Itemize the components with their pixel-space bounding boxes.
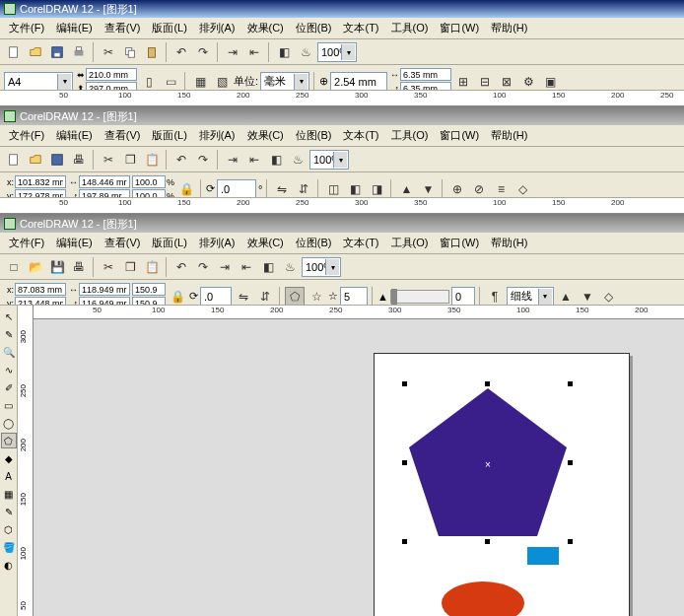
align-icon[interactable]: ≡ bbox=[491, 179, 511, 199]
new-icon[interactable] bbox=[4, 42, 24, 62]
menu-edit[interactable]: 编辑(E) bbox=[51, 20, 98, 36]
selection-handle[interactable] bbox=[485, 539, 490, 544]
export-icon[interactable]: ⇤ bbox=[244, 150, 264, 170]
selection-handle[interactable] bbox=[568, 539, 573, 544]
options-icon[interactable]: ⚙ bbox=[518, 72, 538, 92]
selection-handle[interactable] bbox=[402, 381, 407, 386]
cut-icon[interactable]: ✂ bbox=[99, 150, 118, 170]
ellipse-tool[interactable]: ◯ bbox=[1, 415, 17, 431]
redo-icon[interactable]: ↷ bbox=[193, 42, 213, 62]
pentagon-shape[interactable]: × bbox=[404, 383, 572, 541]
sx-field[interactable] bbox=[132, 283, 166, 296]
print-icon[interactable]: 🖶 bbox=[69, 150, 89, 170]
w-field[interactable] bbox=[79, 175, 130, 188]
menu-layout[interactable]: 版面(L) bbox=[147, 235, 191, 251]
save-icon[interactable] bbox=[47, 42, 67, 62]
menu-effects[interactable]: 效果(C) bbox=[242, 20, 289, 36]
ungroup-all-icon[interactable]: ◨ bbox=[367, 179, 386, 199]
combine-icon[interactable]: ⊕ bbox=[447, 179, 467, 199]
paper-height-field[interactable] bbox=[86, 82, 137, 91]
mirror-h-icon[interactable]: ⇋ bbox=[272, 179, 292, 199]
menu-text[interactable]: 文本(T) bbox=[338, 127, 383, 144]
save-icon[interactable]: 💾 bbox=[47, 257, 67, 277]
canvas[interactable]: 50 100 150 200 250 300 350 100 150 200 × bbox=[34, 306, 684, 616]
cut-icon[interactable]: ✂ bbox=[99, 42, 118, 62]
outline-width-combo[interactable]: 细线▾ bbox=[507, 287, 554, 307]
menu-layout[interactable]: 版面(L) bbox=[147, 127, 191, 144]
x-field[interactable] bbox=[15, 283, 66, 296]
polygon-mode-icon[interactable]: ⬠ bbox=[285, 287, 305, 307]
y-field[interactable] bbox=[15, 297, 66, 306]
menu-arrange[interactable]: 排列(A) bbox=[194, 20, 240, 36]
open-icon[interactable] bbox=[26, 150, 45, 170]
zoom-tool[interactable]: 🔍 bbox=[1, 344, 17, 360]
sy-field[interactable] bbox=[132, 189, 166, 198]
copy-icon[interactable]: ❐ bbox=[120, 150, 140, 170]
new-icon[interactable]: □ bbox=[4, 257, 24, 277]
save-icon[interactable] bbox=[47, 150, 67, 170]
welcome-icon[interactable]: ♨ bbox=[296, 42, 315, 62]
dropdown-arrow-icon[interactable]: ▾ bbox=[294, 74, 308, 90]
welcome-icon[interactable]: ♨ bbox=[280, 257, 300, 277]
undo-icon[interactable]: ↶ bbox=[171, 150, 191, 170]
basic-shapes-tool[interactable]: ◆ bbox=[1, 450, 17, 466]
menu-help[interactable]: 帮助(H) bbox=[486, 127, 532, 144]
menu-window[interactable]: 窗口(W) bbox=[435, 235, 484, 251]
rotation-field[interactable]: .0 bbox=[217, 179, 256, 199]
selection-handle[interactable] bbox=[402, 460, 407, 465]
dropdown-arrow-icon[interactable]: ▾ bbox=[325, 259, 339, 275]
import-icon[interactable]: ⇥ bbox=[223, 150, 242, 170]
copy-icon[interactable] bbox=[120, 42, 140, 62]
snap2-icon[interactable]: ⊟ bbox=[475, 72, 495, 92]
menu-effects[interactable]: 效果(C) bbox=[242, 235, 289, 251]
outline-tool[interactable]: ⬡ bbox=[1, 521, 17, 537]
menu-file[interactable]: 文件(F) bbox=[4, 127, 49, 144]
menu-bitmaps[interactable]: 位图(B) bbox=[291, 20, 337, 36]
sx-field[interactable] bbox=[132, 175, 166, 188]
dup-x-field[interactable] bbox=[400, 68, 451, 81]
selection-handle[interactable] bbox=[485, 381, 490, 386]
dropdown-arrow-icon[interactable]: ▾ bbox=[341, 44, 355, 60]
print-icon[interactable]: 🖶 bbox=[69, 257, 89, 277]
zoom-combo[interactable]: 100%▾ bbox=[317, 42, 357, 62]
w-field[interactable] bbox=[79, 283, 130, 296]
menu-bitmaps[interactable]: 位图(B) bbox=[291, 235, 337, 251]
rectangle-shape[interactable] bbox=[527, 547, 559, 565]
paste-icon[interactable] bbox=[142, 42, 162, 62]
landscape-icon[interactable]: ▭ bbox=[161, 72, 180, 92]
menu-arrange[interactable]: 排列(A) bbox=[194, 127, 240, 144]
sy-field[interactable] bbox=[132, 297, 166, 306]
ungroup-icon[interactable]: ◧ bbox=[345, 179, 365, 199]
cut-icon[interactable]: ✂ bbox=[99, 257, 118, 277]
break-apart-icon[interactable]: ⊘ bbox=[469, 179, 489, 199]
menu-arrange[interactable]: 排列(A) bbox=[194, 235, 240, 251]
redo-icon[interactable]: ↷ bbox=[193, 150, 213, 170]
sharpness-field[interactable]: 0 bbox=[451, 287, 475, 307]
portrait-icon[interactable]: ▯ bbox=[139, 72, 159, 92]
menu-tools[interactable]: 工具(O) bbox=[386, 20, 434, 36]
open-icon[interactable]: 📂 bbox=[26, 257, 45, 277]
ellipse-shape[interactable] bbox=[439, 579, 527, 616]
to-back-icon[interactable]: ▼ bbox=[578, 287, 597, 307]
snap3-icon[interactable]: ⊠ bbox=[497, 72, 516, 92]
to-back-icon[interactable]: ▼ bbox=[418, 179, 438, 199]
menu-view[interactable]: 查看(V) bbox=[100, 235, 146, 251]
menu-window[interactable]: 窗口(W) bbox=[435, 127, 484, 144]
paste-icon[interactable]: 📋 bbox=[142, 150, 162, 170]
polygon-tool[interactable]: ⬠ bbox=[1, 433, 17, 448]
dropdown-arrow-icon[interactable]: ▾ bbox=[333, 152, 347, 168]
y-field[interactable] bbox=[15, 189, 66, 198]
dropdown-arrow-icon[interactable]: ▾ bbox=[57, 74, 71, 90]
menu-text[interactable]: 文本(T) bbox=[338, 20, 383, 36]
print-icon[interactable] bbox=[69, 42, 89, 62]
convert-icon[interactable]: ◇ bbox=[513, 179, 532, 199]
welcome-icon[interactable]: ♨ bbox=[288, 150, 308, 170]
menu-tools[interactable]: 工具(O) bbox=[386, 235, 434, 251]
to-front-icon[interactable]: ▲ bbox=[556, 287, 576, 307]
dup-y-field[interactable] bbox=[400, 82, 451, 91]
units-combo[interactable]: 毫米▾ bbox=[260, 72, 309, 92]
h-field[interactable] bbox=[79, 297, 130, 306]
selection-handle[interactable] bbox=[568, 460, 573, 465]
text-tool[interactable]: A bbox=[1, 468, 17, 484]
group-icon[interactable]: ◫ bbox=[323, 179, 343, 199]
